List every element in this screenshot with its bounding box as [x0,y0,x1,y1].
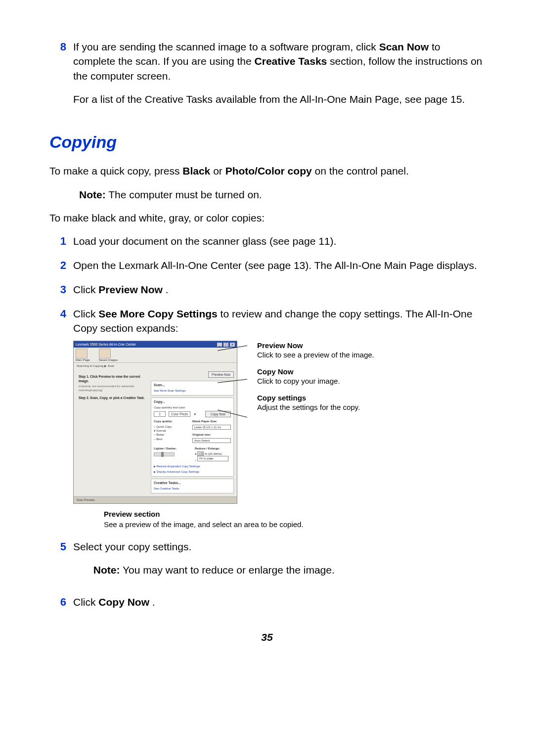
see-more-scan-settings-link[interactable]: See More Scan Settings [154,389,231,393]
note-text: You may want to reduce or enlarge the im… [123,564,335,576]
see-creative-tasks-link[interactable]: See Creative Tasks [154,487,231,490]
copy-now-label: Copy Now [98,596,149,608]
step-2: 2 Open the Lexmark All-In-One Center (se… [49,258,485,273]
step-body: If you are sending the scanned image to … [73,40,485,116]
note-label: Note: [79,189,106,200]
callout-preview-now: Preview Now Click to see a preview of th… [257,341,485,360]
copy-mode-select[interactable]: Color Photo [169,411,190,417]
blank-paper-size-heading: Blank Paper Size: [192,419,231,423]
quality-normal-radio[interactable]: Normal [154,429,187,433]
fit-to-page-select[interactable]: Fit to page [197,456,228,461]
text: Select your copy settings. [73,539,485,554]
step-number: 4 [49,307,73,336]
note-1: Note: The computer must be turned on. [79,187,485,202]
step-number: 1 [49,234,73,249]
photo-color-copy-label: Photo/Color copy [225,165,312,177]
maximize-icon[interactable]: □ [223,343,228,347]
close-icon[interactable]: × [230,343,235,347]
copy-quantity-input[interactable]: 1 [154,411,166,417]
lighter-darker-heading: Lighter / Darker: [154,446,190,450]
figure-all-in-one-center: Lexmark 3500 Series All-In-One Center _ … [73,341,485,504]
copy-quality-heading: Copy quality: [154,419,187,423]
note-text: The computer must be turned on. [108,189,262,200]
step-6: 6 Click Copy Now . [49,595,485,610]
callout-heading: Preview section [104,509,485,519]
reduce-expanded-copy-settings-link[interactable]: Reduce Expanded Copy Settings [154,464,231,468]
callout-body: Click to copy your image. [257,376,485,386]
step1-sub: (Optional, but recommended for advanced … [79,384,148,393]
step-number: 5 [49,539,73,586]
quality-better-radio[interactable]: Better [154,433,187,437]
lighter-darker-slider[interactable] [154,452,175,456]
step-1: 1 Load your document on the scanner glas… [49,234,485,249]
reduce-percent-label: % (25-400%) [205,452,222,455]
callout-heading: Copy Now [257,367,485,377]
copy-section: Copy... Copy quantity and color: 1 Color… [151,398,234,477]
window-title: Lexmark 3500 Series All-In-One Center [76,342,136,347]
step-number: 8 [49,40,73,116]
text: . [166,284,169,295]
text: on the control panel. [314,165,408,177]
window-controls: _ □ × [217,342,235,347]
text: If you are sending the scanned image to … [73,41,379,52]
scan-now-label: Scan Now [379,41,429,52]
copy-section-heading: Copy... [154,400,231,404]
step-4: 4 Click See More Copy Settings to review… [49,307,485,336]
callout-body: Adjust the settings for the copy. [257,402,485,412]
display-advanced-copy-settings-link[interactable]: Display Advanced Copy Settings [154,470,231,474]
tab-saved-images[interactable]: Saved Images [99,349,118,361]
right-pane: Preview Now Scan... See More Scan Settin… [151,369,237,496]
callout-body: Click to see a preview of the image. [257,350,485,360]
step-body: Select your copy settings. Note: You may… [73,539,485,586]
quality-best-radio[interactable]: Best [154,437,187,441]
step-number: 6 [49,595,73,610]
window-titlebar: Lexmark 3500 Series All-In-One Center _ … [74,341,237,348]
callout-body: See a preview of the image, and select a… [104,519,485,530]
callout-heading: Preview Now [257,341,485,351]
blank-paper-size-select[interactable]: Letter (8 1/2 x 11 in) [192,425,231,430]
step-body: Click Copy Now . [73,595,485,610]
callout-preview-section: Preview section See a preview of the ima… [104,509,485,530]
black-label: Black [182,165,210,177]
breadcrumb: Scanning & Copying ▶ Scan [74,363,237,369]
scan-section: Scan... See More Scan Settings [151,381,234,396]
main-page-icon [76,349,88,358]
paper-size-group: Blank Paper Size: Letter (8 1/2 x 11 in)… [192,419,231,444]
callout-copy-settings: Copy settings Adjust the settings for th… [257,393,485,412]
step-body: Load your document on the scanner glass … [73,234,485,249]
saved-images-icon [99,349,111,358]
step-3: 3 Click Preview Now . [49,282,485,298]
status-bar: Scan Preview [74,496,237,503]
quality-quick-copy-radio[interactable]: Quick Copy [154,425,187,429]
tab-toolbar: Main Page Saved Images [74,348,237,363]
tab-main-page[interactable]: Main Page [76,349,90,361]
step-number: 2 [49,258,73,273]
step-number: 3 [49,282,73,298]
text: Click [73,284,98,295]
creative-tasks-label: Creative Tasks [255,55,327,67]
step2-heading: Step 2. Scan, Copy, or pick a Creative T… [79,396,148,400]
reduce-enlarge-group: Reduce / Enlarge: 100 % (25-400%) Fit to… [195,446,231,463]
step-body: Click See More Copy Settings to review a… [73,307,485,336]
scan-section-heading: Scan... [154,383,231,388]
text: . [152,596,155,608]
step1-heading: Step 1. Click Preview to view the curren… [79,374,148,383]
callouts-right: Preview Now Click to see a preview of th… [237,341,485,419]
text: Click [73,596,98,608]
lighter-darker-group: Lighter / Darker: [154,446,190,463]
intro-2: To make black and white, gray, or color … [49,211,485,225]
text: or [213,165,225,177]
see-more-copy-settings-label: See More Copy Settings [98,308,217,319]
step-8: 8 If you are sending the scanned image t… [49,40,485,116]
page-number: 35 [49,630,485,644]
minimize-icon[interactable]: _ [217,343,222,347]
copy-now-button[interactable]: Copy Now [205,411,231,417]
text: For a list of the Creative Tasks availab… [73,92,485,106]
callout-heading: Copy settings [257,393,485,403]
original-size-select[interactable]: Auto Detect [192,438,231,443]
heading-copying: Copying [49,131,485,154]
preview-now-button[interactable]: Preview Now [208,371,234,378]
intro-paragraph: To make a quick copy, press Black or Pho… [49,164,485,178]
creative-tasks-section: Creative Tasks... See Creative Tasks [151,479,234,493]
reduce-percent-input[interactable]: 100 [197,451,204,456]
